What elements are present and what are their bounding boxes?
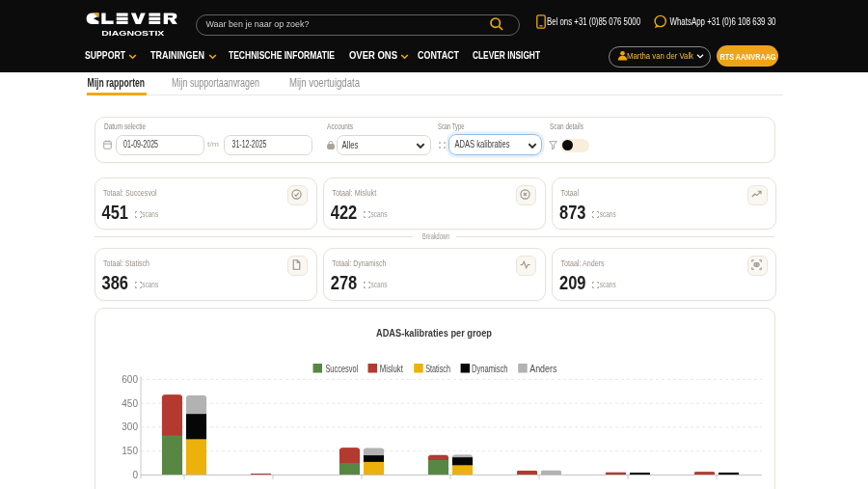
svg-text:Martha van der Valk: Martha van der Valk <box>627 51 693 61</box>
svg-text:Mijn voertuigdata: Mijn voertuigdata <box>289 76 360 90</box>
svg-text:Waar ben je naar op zoek?: Waar ben je naar op zoek? <box>206 18 310 29</box>
svg-text:Mijn supportaanvragen: Mijn supportaanvragen <box>172 76 259 90</box>
svg-text:Scan details: Scan details <box>550 122 583 131</box>
svg-text:873: 873 <box>559 201 586 223</box>
svg-text:TRAININGEN: TRAININGEN <box>150 49 204 61</box>
svg-text:scans: scans <box>370 208 387 219</box>
svg-text:scans: scans <box>600 208 616 219</box>
svg-text:386: 386 <box>102 271 129 293</box>
svg-text:Totaal: Succesvol: Totaal: Succesvol <box>103 187 157 198</box>
svg-text:Scan Type: Scan Type <box>438 122 465 131</box>
svg-text:278: 278 <box>331 271 358 293</box>
svg-text:Alles: Alles <box>342 139 359 150</box>
svg-text:422: 422 <box>331 201 358 223</box>
svg-text:Datum selectie: Datum selectie <box>104 122 146 131</box>
svg-text:Mijn rapporten: Mijn rapporten <box>88 76 146 90</box>
svg-text:RTS AANVRAAG: RTS AANVRAAG <box>720 52 776 62</box>
svg-text:Totaal: Mislukt: Totaal: Mislukt <box>332 187 376 198</box>
svg-text:01-09-2025: 01-09-2025 <box>123 138 158 149</box>
svg-text:scans: scans <box>600 279 616 289</box>
svg-text:CONTACT: CONTACT <box>418 49 459 61</box>
svg-text:Bel ons +31 (0)85 076 5000: Bel ons +31 (0)85 076 5000 <box>547 16 640 27</box>
svg-text:SUPPORT: SUPPORT <box>85 49 125 61</box>
svg-text:WhatsApp +31 (0)6 108 639 30: WhatsApp +31 (0)6 108 639 30 <box>670 16 776 27</box>
svg-text:scans: scans <box>142 208 158 219</box>
svg-text:Accounts: Accounts <box>327 122 353 131</box>
svg-text:Totaal: Totaal <box>561 187 580 198</box>
svg-text:Totaal: Statisch: Totaal: Statisch <box>103 258 149 268</box>
svg-text:ADAS kalibraties: ADAS kalibraties <box>455 138 510 149</box>
svg-text:31-12-2025: 31-12-2025 <box>232 138 267 149</box>
svg-text:scans: scans <box>370 279 387 289</box>
svg-text:451: 451 <box>102 201 129 223</box>
svg-text:TECHNISCHE INFORMATIE: TECHNISCHE INFORMATIE <box>229 49 335 61</box>
svg-text:OVER ONS: OVER ONS <box>349 49 397 61</box>
svg-text:ADAS-kalibraties per groep: ADAS-kalibraties per groep <box>376 327 492 339</box>
svg-text:209: 209 <box>559 271 586 293</box>
svg-text:scans: scans <box>142 279 158 289</box>
svg-text:t/m: t/m <box>207 140 219 149</box>
svg-text:Totaal: Anders: Totaal: Anders <box>561 258 605 268</box>
svg-text:CLEVER INSIGHT: CLEVER INSIGHT <box>473 49 540 61</box>
svg-text:Breakdown: Breakdown <box>422 231 449 241</box>
svg-text:Totaal: Dynamisch: Totaal: Dynamisch <box>332 258 386 268</box>
